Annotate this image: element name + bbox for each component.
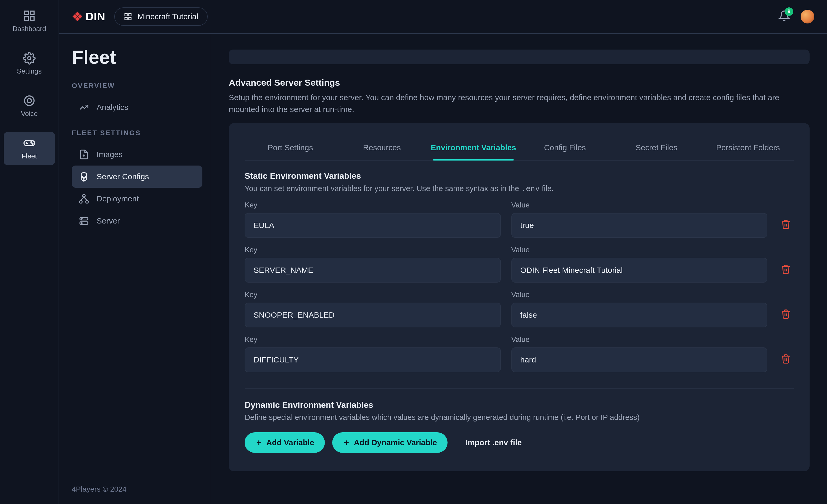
button-label: Add Dynamic Variable xyxy=(354,438,437,447)
value-input[interactable] xyxy=(512,302,768,327)
value-label: Value xyxy=(512,246,768,254)
add-dynamic-variable-button[interactable]: Add Dynamic Variable xyxy=(332,432,447,453)
sidebar-item-label: Analytics xyxy=(97,103,128,112)
plus-icon xyxy=(255,439,262,446)
rail-item-voice[interactable]: Voice xyxy=(4,90,55,123)
analytics-icon xyxy=(79,102,89,113)
tab-resources[interactable]: Resources xyxy=(336,136,428,160)
value-input[interactable] xyxy=(512,347,768,372)
static-env-desc-pre: You can set environment variables for yo… xyxy=(245,184,521,193)
svg-point-18 xyxy=(83,194,85,197)
value-input[interactable] xyxy=(512,213,768,238)
import-env-button[interactable]: Import .env file xyxy=(455,432,532,453)
svg-point-26 xyxy=(81,223,82,224)
rail-label: Fleet xyxy=(21,152,37,160)
env-var-row: Key Value xyxy=(245,335,794,372)
rail-item-fleet[interactable]: Fleet xyxy=(4,132,55,165)
trash-icon xyxy=(781,264,791,274)
rail-item-settings[interactable]: Settings xyxy=(4,47,55,80)
avatar[interactable] xyxy=(800,10,814,23)
notifications-button[interactable]: 9 xyxy=(778,10,790,23)
action-buttons: Add Variable Add Dynamic Variable Import… xyxy=(245,432,794,453)
env-code: .env xyxy=(521,184,540,193)
value-field: Value xyxy=(512,290,768,327)
svg-point-5 xyxy=(25,96,34,105)
dashboard-icon xyxy=(23,9,36,22)
trash-icon xyxy=(781,353,791,364)
voice-icon xyxy=(23,94,36,107)
button-label: Import .env file xyxy=(466,438,522,447)
key-field: Key xyxy=(245,201,501,238)
trash-icon xyxy=(781,219,791,230)
key-label: Key xyxy=(245,246,501,254)
footer-copyright: 4Players © 2024 xyxy=(59,474,211,504)
main-content[interactable]: Advanced Server Settings Setup the envir… xyxy=(211,34,827,504)
advanced-settings-header: Advanced Server Settings Setup the envir… xyxy=(229,77,810,115)
trash-icon xyxy=(781,309,791,319)
tab-environment-variables[interactable]: Environment Variables xyxy=(428,136,519,160)
svg-rect-14 xyxy=(125,17,127,20)
key-input[interactable] xyxy=(245,258,501,283)
rail-label: Voice xyxy=(21,110,38,118)
sidebar-group-overview: OVERVIEW xyxy=(72,82,202,90)
static-env-desc-post: file. xyxy=(540,184,553,193)
dynamic-env-desc: Define special environment variables whi… xyxy=(245,413,794,422)
sidebar-item-label: Server xyxy=(97,216,120,225)
sidebar-item-server-configs[interactable]: Server Configs xyxy=(72,166,202,188)
static-env-header: Static Environment Variables You can set… xyxy=(245,171,794,193)
rail-item-dashboard[interactable]: Dashboard xyxy=(4,5,55,38)
divider xyxy=(245,388,794,389)
value-label: Value xyxy=(512,201,768,209)
sidebar-item-server[interactable]: Server xyxy=(72,210,202,232)
delete-var-button[interactable] xyxy=(778,347,794,372)
project-selector[interactable]: Minecraft Tutorial xyxy=(114,7,208,26)
key-label: Key xyxy=(245,201,501,209)
svg-point-4 xyxy=(28,57,31,60)
key-input[interactable] xyxy=(245,347,501,372)
env-var-row: Key Value xyxy=(245,290,794,327)
sidebar-item-label: Deployment xyxy=(97,194,139,203)
value-field: Value xyxy=(512,201,768,238)
key-input[interactable] xyxy=(245,213,501,238)
settings-tabs: Port Settings Resources Environment Vari… xyxy=(245,136,794,161)
svg-point-25 xyxy=(81,218,82,219)
plus-icon xyxy=(343,439,350,446)
add-variable-button[interactable]: Add Variable xyxy=(245,432,325,453)
svg-line-21 xyxy=(81,197,84,200)
tab-secret-files[interactable]: Secret Files xyxy=(611,136,702,160)
tab-config-files[interactable]: Config Files xyxy=(519,136,611,160)
cubes-icon xyxy=(79,171,89,182)
svg-rect-2 xyxy=(25,17,28,20)
value-input[interactable] xyxy=(512,258,768,283)
svg-rect-0 xyxy=(25,11,28,15)
delete-var-button[interactable] xyxy=(778,302,794,327)
button-label: Add Variable xyxy=(266,438,314,447)
network-icon xyxy=(79,193,89,204)
sidebar-item-analytics[interactable]: Analytics xyxy=(72,96,202,118)
svg-point-19 xyxy=(80,201,82,203)
advanced-settings-card: Port Settings Resources Environment Vari… xyxy=(229,123,810,471)
topbar: ❖ DIN Minecraft Tutorial 9 xyxy=(59,0,827,34)
env-vars-list: Key Value Key Value Key Value xyxy=(245,201,794,372)
delete-var-button[interactable] xyxy=(778,213,794,238)
static-env-title: Static Environment Variables xyxy=(245,171,794,181)
svg-point-11 xyxy=(32,143,33,144)
previous-card-stub xyxy=(229,50,810,64)
sidebar-item-label: Images xyxy=(97,150,123,159)
svg-rect-3 xyxy=(30,17,34,20)
sidebar-item-deployment[interactable]: Deployment xyxy=(72,188,202,210)
key-label: Key xyxy=(245,335,501,344)
env-var-row: Key Value xyxy=(245,201,794,238)
key-input[interactable] xyxy=(245,302,501,327)
nav-rail: Dashboard Settings Voice Fleet xyxy=(0,0,59,504)
advanced-settings-desc: Setup the environment for your server. Y… xyxy=(229,92,788,115)
tab-port-settings[interactable]: Port Settings xyxy=(245,136,336,160)
sidebar-item-images[interactable]: Images xyxy=(72,144,202,166)
rail-label: Settings xyxy=(17,67,42,75)
delete-var-button[interactable] xyxy=(778,258,794,283)
project-name: Minecraft Tutorial xyxy=(138,12,198,21)
dynamic-env-title: Dynamic Environment Variables xyxy=(245,400,794,410)
key-field: Key xyxy=(245,335,501,372)
tab-persistent-folders[interactable]: Persistent Folders xyxy=(702,136,794,160)
logo[interactable]: ❖ DIN xyxy=(72,9,105,24)
